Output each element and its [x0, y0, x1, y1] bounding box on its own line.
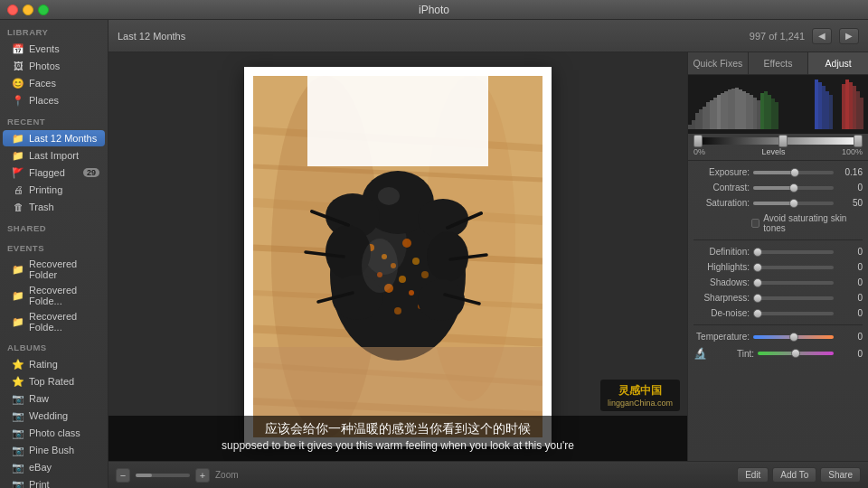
watermark-url: lingganChina.com	[608, 399, 673, 408]
sidebar-item-label: Recovered Folder	[29, 258, 99, 280]
minimize-button[interactable]	[23, 5, 33, 15]
svg-rect-70	[842, 84, 845, 129]
sharpness-slider[interactable]	[753, 296, 834, 300]
maximize-button[interactable]	[38, 5, 49, 15]
tint-slider[interactable]	[758, 352, 834, 355]
zoom-slider[interactable]	[136, 474, 190, 477]
definition-thumb[interactable]	[753, 248, 762, 257]
photo-view[interactable]: 应该会给你一种温暖的感觉当你看到这个的时候 supposed to be it …	[108, 52, 687, 461]
photo-count: 997 of 1,241	[750, 31, 805, 42]
sidebar-item-recovered2[interactable]: 📁 Recovered Folde...	[3, 283, 105, 308]
add-to-button[interactable]: Add To	[772, 467, 816, 483]
sharpness-thumb[interactable]	[753, 294, 762, 303]
highlights-thumb[interactable]	[753, 263, 762, 272]
sidebar-item-rating[interactable]: ⭐ Rating	[3, 356, 105, 372]
svg-rect-75	[860, 98, 863, 129]
svg-rect-77	[764, 91, 768, 129]
edit-button[interactable]: Edit	[737, 467, 769, 483]
avoid-skin-tones-checkbox[interactable]	[751, 219, 760, 228]
sidebar-item-label: Last Import	[29, 150, 79, 161]
sidebar-item-print[interactable]: 📷 Print	[3, 476, 105, 488]
sidebar-item-photoclass[interactable]: 📷 Photo class	[3, 425, 105, 441]
events-header: EVENTS	[0, 236, 108, 256]
contrast-slider[interactable]	[753, 186, 834, 190]
sidebar-item-label: Recovered Folde...	[29, 285, 99, 306]
zoom-out-button[interactable]: −	[116, 468, 130, 483]
camera-icon: 📷	[12, 461, 24, 474]
watermark: 灵感中国 lingganChina.com	[600, 380, 680, 411]
sidebar-item-last12months[interactable]: 📁 Last 12 Months	[3, 130, 105, 146]
sidebar-item-pinebush[interactable]: 📷 Pine Bush	[3, 442, 105, 458]
tint-thumb[interactable]	[791, 349, 800, 358]
bottom-actions: Edit Add To Share	[737, 467, 861, 483]
levels-min-handle[interactable]	[693, 135, 703, 147]
zoom-in-button[interactable]: +	[195, 468, 210, 483]
sidebar-item-label: Rating	[29, 359, 58, 370]
sidebar-item-places[interactable]: 📍 Places	[3, 92, 105, 108]
svg-rect-68	[826, 91, 829, 129]
shadows-slider[interactable]	[753, 281, 834, 285]
subtitle-overlay: 应该会给你一种温暖的感觉当你看到这个的时候 supposed to be it …	[108, 416, 687, 461]
saturation-thumb[interactable]	[789, 199, 798, 208]
sidebar-item-label: Wedding	[29, 410, 68, 421]
denoise-label: De-noise:	[693, 308, 750, 318]
prev-button[interactable]: ◀	[812, 28, 832, 44]
exposure-thumb[interactable]	[790, 168, 799, 177]
svg-rect-55	[724, 91, 728, 129]
sidebar-item-label: Flagged	[29, 167, 65, 178]
definition-slider[interactable]	[753, 250, 834, 254]
sidebar-item-recovered1[interactable]: 📁 Recovered Folder	[3, 257, 105, 282]
sidebar-item-label: Raw	[29, 393, 49, 404]
next-button[interactable]: ▶	[839, 28, 859, 44]
denoise-slider[interactable]	[753, 312, 834, 315]
temperature-slider[interactable]	[753, 335, 834, 339]
tab-effects[interactable]: Effects	[749, 52, 809, 74]
star-icon: ⭐	[12, 358, 24, 371]
svg-rect-47	[695, 113, 699, 129]
sidebar-item-wedding[interactable]: 📷 Wedding	[3, 408, 105, 424]
sidebar-item-printing[interactable]: 🖨 Printing	[3, 182, 105, 198]
sharpness-value: 0	[837, 293, 863, 303]
svg-point-35	[418, 279, 465, 321]
shadows-control: Shadows: 0	[688, 275, 868, 290]
sidebar-item-lastimport[interactable]: 📁 Last Import	[3, 147, 105, 164]
definition-control: Definition: 0	[688, 244, 868, 259]
tab-quick-fixes[interactable]: Quick Fixes	[688, 52, 749, 74]
svg-rect-45	[688, 125, 692, 129]
sidebar-item-trash[interactable]: 🗑 Trash	[3, 199, 105, 215]
tab-adjust[interactable]: Adjust	[808, 52, 868, 74]
exposure-label: Exposure:	[693, 167, 750, 177]
levels-slider[interactable]	[693, 137, 863, 145]
svg-rect-49	[703, 107, 706, 129]
sidebar-item-recovered3[interactable]: 📁 Recovered Folde...	[3, 309, 105, 334]
sidebar-item-ebay[interactable]: 📷 eBay	[3, 459, 105, 475]
shared-header: SHARED	[0, 216, 108, 236]
svg-rect-73	[853, 86, 856, 129]
sidebar-item-label: eBay	[29, 462, 52, 473]
sidebar-item-toprated[interactable]: ⭐ Top Rated	[3, 373, 105, 389]
exposure-slider[interactable]	[753, 171, 834, 174]
main-area: Last 12 Months 997 of 1,241 ◀ ▶	[108, 20, 868, 488]
sidebar-item-faces[interactable]: 😊 Faces	[3, 75, 105, 91]
eyedropper-icon[interactable]: 🔬	[693, 347, 707, 360]
denoise-thumb[interactable]	[753, 309, 762, 318]
library-header: LIBRARY	[0, 20, 108, 40]
shadows-thumb[interactable]	[753, 278, 762, 287]
traffic-lights	[7, 5, 49, 15]
levels-max-handle[interactable]	[854, 135, 863, 147]
camera-icon: 📷	[12, 392, 24, 405]
saturation-slider[interactable]	[753, 202, 834, 205]
photo-content	[253, 76, 542, 437]
sidebar-item-photos[interactable]: 🖼 Photos	[3, 58, 105, 74]
temperature-thumb[interactable]	[789, 333, 798, 342]
highlights-slider[interactable]	[753, 266, 834, 269]
sidebar-item-raw[interactable]: 📷 Raw	[3, 390, 105, 407]
levels-mid-handle[interactable]	[778, 135, 788, 147]
sidebar-item-flagged[interactable]: 🚩 Flagged 29	[3, 164, 105, 181]
contrast-thumb[interactable]	[789, 183, 798, 192]
close-button[interactable]	[7, 5, 18, 15]
sidebar-item-events[interactable]: 📅 Events	[3, 41, 105, 57]
svg-rect-79	[771, 99, 775, 129]
share-button[interactable]: Share	[820, 467, 861, 483]
svg-rect-62	[750, 95, 753, 129]
